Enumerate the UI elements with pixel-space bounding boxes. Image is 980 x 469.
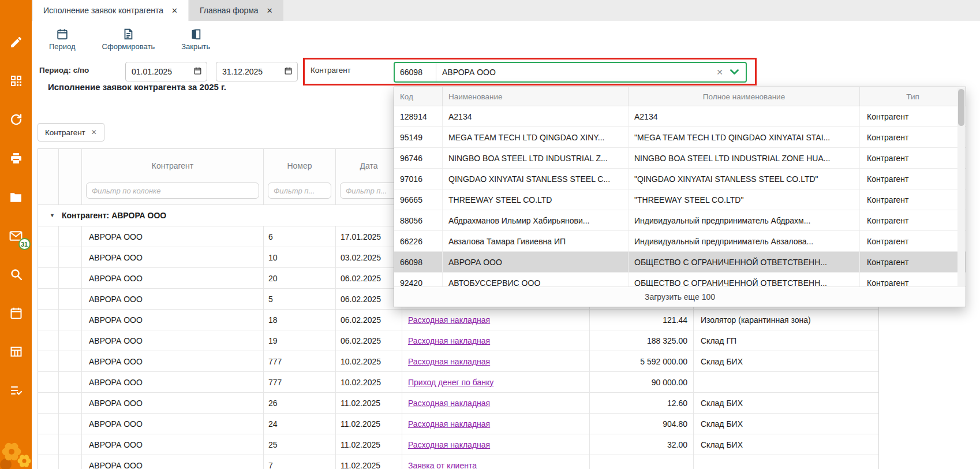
dropdown-cell: A2134 [629, 106, 860, 126]
header-cell-date: Дата [336, 149, 402, 204]
mail-icon[interactable]: 31 [9, 228, 24, 243]
cell-warehouse: Склад БИХ [694, 414, 878, 434]
qr-code-icon[interactable] [9, 73, 24, 88]
document-link[interactable]: Расходная накладная [408, 419, 490, 429]
document-link[interactable]: Расходная накладная [408, 336, 490, 345]
dropdown-row[interactable]: 66098АВРОРА ООООБЩЕСТВО С ОГРАНИЧЕННОЙ О… [394, 252, 966, 273]
scrollbar-thumb[interactable] [958, 89, 964, 126]
report-title: Исполнение заявок контрагента за 2025 г. [48, 82, 226, 92]
close-icon[interactable]: ✕ [91, 129, 97, 136]
cell-amount: 12.60 [590, 393, 694, 413]
close-form-button[interactable]: Закрыть [181, 28, 210, 51]
cell-empty [38, 414, 59, 434]
dropdown-col-type: Тип [860, 87, 966, 106]
dropdown-cell: АВРОРА ООО [443, 252, 629, 272]
cell-number: 26 [264, 393, 336, 413]
tab-counterparty-report[interactable]: Исполнение заявок контрагента ✕ [33, 0, 188, 21]
cell-warehouse: Склад БИХ [694, 434, 878, 455]
dropdown-cell: 128914 [394, 106, 443, 126]
dropdown-row[interactable]: 97016QINGDAO XINYATAI STANLESS STEEL C..… [394, 169, 966, 189]
search-icon[interactable] [9, 267, 24, 282]
cell-amount: 904.80 [590, 414, 694, 434]
counterparty-combobox[interactable]: 66098 АВРОРА ООО ✕ [394, 62, 747, 83]
dropdown-cell: Контрагент [860, 231, 966, 251]
filter-date-input[interactable] [340, 183, 398, 199]
column-label: Дата [336, 149, 402, 183]
document-link[interactable]: Расходная накладная [408, 357, 490, 366]
dropdown-row[interactable]: 95149MEGA TEAM TECH LTD QINGDAO XINY..."… [394, 127, 966, 148]
close-icon[interactable]: ✕ [267, 7, 273, 14]
dropdown-row[interactable]: 128914A2134A2134Контрагент [394, 106, 966, 127]
dropdown-cell: 66098 [394, 252, 443, 272]
document-link[interactable]: Расходная накладная [408, 315, 490, 325]
cell-date: 11.02.2025 [336, 455, 402, 469]
table-icon[interactable] [9, 344, 24, 359]
column-label: Контрагент [82, 149, 263, 183]
load-more-button[interactable]: Загрузить еще 100 [394, 286, 966, 307]
cell-empty [38, 268, 59, 288]
tasks-icon[interactable] [9, 383, 24, 398]
dropdown-cell: "QINGDAO XINYATAI STANLESS STEEL CO.LTD" [629, 169, 860, 189]
dropdown-row[interactable]: 96746NINGBO BOA STEEL LTD INDUSTRIAL Z..… [394, 148, 966, 169]
dropdown-cell: Абдрахманов Ильмир Хабирьянови... [443, 210, 629, 230]
chevron-down-icon[interactable] [729, 69, 746, 75]
printer-icon[interactable] [9, 151, 24, 166]
cell-empty [59, 351, 82, 371]
cell-counterparty: АВРОРА ООО [82, 372, 264, 392]
cell-document: Расходная накладная [402, 330, 590, 351]
folder-icon[interactable] [9, 189, 24, 204]
document-link[interactable]: Расходная накладная [408, 399, 490, 408]
tab-main-form[interactable]: Главная форма ✕ [189, 0, 283, 21]
cell-warehouse: Склад ГП [694, 330, 878, 351]
document-link[interactable]: Приход денег по банку [408, 378, 493, 387]
dropdown-cell: Контрагент [860, 169, 966, 189]
dropdown-row[interactable]: 88056Абдрахманов Ильмир Хабирьянови...Ин… [394, 210, 966, 231]
date-from-field[interactable] [125, 62, 207, 81]
cell-empty [38, 247, 59, 267]
refresh-icon[interactable] [9, 112, 24, 127]
generate-button-label: Сформировать [102, 42, 155, 51]
cell-warehouse: Склад БИХ [694, 351, 878, 371]
date-from-input[interactable] [132, 67, 193, 76]
clear-icon[interactable]: ✕ [710, 68, 729, 77]
dropdown-scrollbar[interactable] [957, 88, 965, 287]
calendar-icon[interactable] [193, 66, 202, 77]
document-link[interactable]: Заявка от клиента [408, 461, 477, 469]
cell-empty [38, 226, 59, 247]
dropdown-cell: NINGBO BOA STEEL LTD INDUSTRIAL Z... [443, 148, 629, 168]
dropdown-cell: Контрагент [860, 106, 966, 126]
date-to-field[interactable] [216, 62, 298, 81]
calendar-icon[interactable] [9, 306, 24, 321]
table-row: АВРОРА ООО2511.02.2025Расходная накладна… [38, 434, 878, 455]
filter-counterparty-input[interactable] [86, 183, 259, 199]
cell-document: Расходная накладная [402, 310, 590, 330]
date-to-input[interactable] [222, 67, 284, 76]
filter-number-input[interactable] [268, 183, 331, 199]
cell-empty [59, 372, 82, 392]
dropdown-cell: Контрагент [860, 127, 966, 147]
counterparty-name: АВРОРА ООО [436, 68, 710, 77]
cell-counterparty: АВРОРА ООО [82, 455, 264, 469]
cell-date: 17.01.2025 [336, 226, 402, 247]
exit-door-icon [189, 28, 202, 40]
cell-number: 10 [264, 247, 336, 267]
generate-button[interactable]: Сформировать [102, 28, 155, 51]
cell-amount: 90 000.00 [590, 372, 694, 392]
cell-number: 20 [264, 268, 336, 288]
close-icon[interactable]: ✕ [171, 7, 178, 14]
dropdown-row[interactable]: 96665THREEWAY STEEL CO.LTD"THREEWAY STEE… [394, 189, 966, 210]
cell-number: 19 [264, 330, 336, 351]
period-button[interactable]: Период [49, 28, 76, 51]
cell-document: Расходная накладная [402, 414, 590, 434]
pencil-icon[interactable] [9, 35, 24, 50]
tab-label: Главная форма [200, 6, 259, 15]
table-row: АВРОРА ООО2411.02.2025Расходная накладна… [38, 414, 878, 434]
dropdown-row[interactable]: 66226Авзалова Тамара Гивиевна ИПИндивиду… [394, 231, 966, 252]
document-link[interactable]: Расходная накладная [408, 440, 490, 449]
dropdown-cell: 88056 [394, 210, 443, 230]
collapse-triangle-icon[interactable]: ▼ [50, 213, 55, 218]
cell-counterparty: АВРОРА ООО [82, 310, 264, 330]
grouping-chip-counterparty[interactable]: Контрагент ✕ [38, 123, 104, 142]
cell-empty [38, 330, 59, 351]
calendar-icon[interactable] [284, 66, 293, 77]
